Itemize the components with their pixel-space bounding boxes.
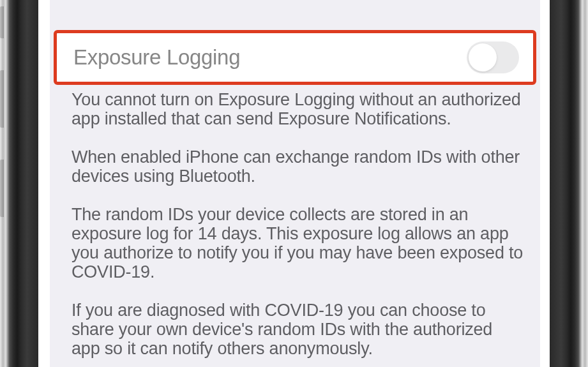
description-paragraph: When enabled iPhone can exchange random … xyxy=(72,148,525,186)
phone-frame-right xyxy=(550,0,588,367)
settings-screen: Exposure Logging You cannot turn on Expo… xyxy=(50,0,540,367)
exposure-logging-label: Exposure Logging xyxy=(73,45,240,70)
exposure-logging-toggle[interactable] xyxy=(467,41,519,73)
phone-side-button xyxy=(0,160,4,217)
phone-frame-left xyxy=(0,0,38,367)
phone-side-button xyxy=(0,6,4,38)
exposure-logging-description: You cannot turn on Exposure Logging with… xyxy=(72,91,525,359)
description-paragraph: The random IDs your device collects are … xyxy=(72,206,525,282)
toggle-knob xyxy=(469,43,497,71)
phone-side-buttons xyxy=(0,0,5,367)
exposure-logging-row[interactable]: Exposure Logging xyxy=(54,30,536,85)
viewport: Exposure Logging You cannot turn on Expo… xyxy=(0,0,588,367)
phone-side-button xyxy=(0,70,4,128)
description-paragraph: If you are diagnosed with COVID-19 you c… xyxy=(72,301,525,359)
description-paragraph: You cannot turn on Exposure Logging with… xyxy=(72,91,525,129)
